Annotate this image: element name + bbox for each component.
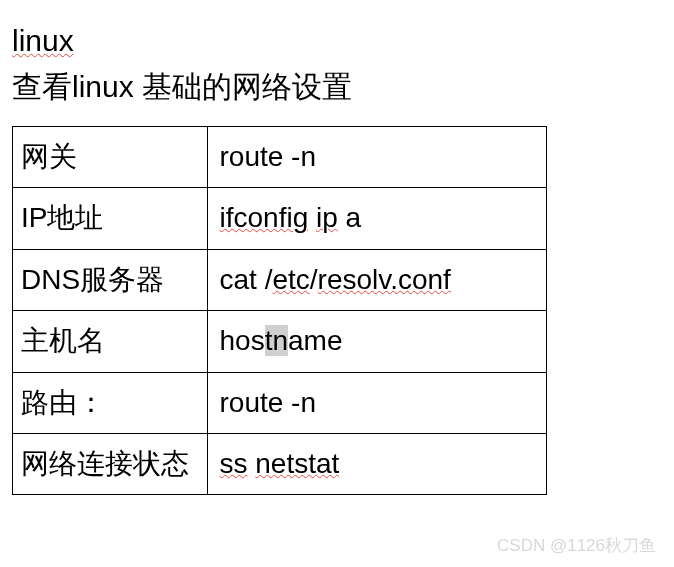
- command-cell: route -n: [207, 127, 546, 188]
- cmd-ip: ip: [316, 202, 338, 233]
- label-cell: 网络连接状态: [13, 433, 208, 494]
- label-cell: DNS服务器: [13, 249, 208, 310]
- table-row: 路由： route -n: [13, 372, 547, 433]
- watermark: CSDN @1126秋刀鱼: [497, 534, 656, 557]
- label-cell: 路由：: [13, 372, 208, 433]
- cmd-resolv: resolv.conf: [318, 264, 451, 295]
- command-cell: route -n: [207, 372, 546, 433]
- title-text: linux: [12, 24, 74, 57]
- network-commands-table: 网关 route -n IP地址 ifconfig ip a DNS服务器 ca…: [12, 126, 547, 495]
- table-row: 主机名 hostname: [13, 311, 547, 372]
- command-cell: cat /etc/resolv.conf: [207, 249, 546, 310]
- command-cell: ifconfig ip a: [207, 188, 546, 249]
- doc-subtitle: 查看linux 基础的网络设置: [12, 66, 662, 108]
- command-cell: ss netstat: [207, 433, 546, 494]
- doc-title: linux: [12, 20, 662, 62]
- command-cell: hostname: [207, 311, 546, 372]
- label-cell: IP地址: [13, 188, 208, 249]
- cmd-etc: etc: [272, 264, 309, 295]
- table-row: 网络连接状态 ss netstat: [13, 433, 547, 494]
- highlighted-text: tn: [265, 325, 288, 356]
- cmd-ss: ss: [220, 448, 248, 479]
- table-row: 网关 route -n: [13, 127, 547, 188]
- table-row: DNS服务器 cat /etc/resolv.conf: [13, 249, 547, 310]
- cmd-netstat: netstat: [255, 448, 339, 479]
- cmd-ifconfig: ifconfig: [220, 202, 309, 233]
- label-cell: 主机名: [13, 311, 208, 372]
- label-cell: 网关: [13, 127, 208, 188]
- table-row: IP地址 ifconfig ip a: [13, 188, 547, 249]
